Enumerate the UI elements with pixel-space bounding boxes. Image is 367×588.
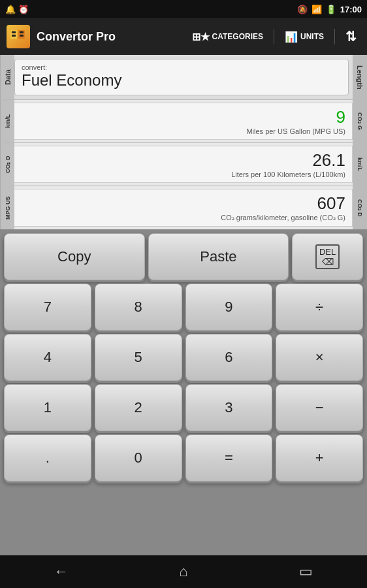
calculator: Copy Paste DEL⌫ 7 8 9 ÷ 4 5 6 × [0, 229, 367, 588]
back-button[interactable]: ← [35, 563, 88, 580]
category-display[interactable]: convert: Fuel Economy [14, 59, 349, 95]
categories-label: CATEGORIES [212, 32, 263, 41]
result-value-2: 607 [21, 193, 345, 214]
units-button[interactable]: 📊 UNITS [281, 28, 328, 46]
app-icon [7, 25, 30, 48]
home-icon: ⌂ [179, 563, 187, 580]
result-value-0: 9 [21, 107, 345, 127]
recents-button[interactable]: ▭ [279, 563, 332, 580]
result-row[interactable]: km/L 9 Miles per US Gallon (MPG US) CO₂ … [0, 100, 367, 143]
categories-icon: ⊞★ [192, 31, 210, 43]
svg-rect-5 [20, 35, 24, 37]
nav-divider-2 [334, 29, 335, 44]
result-content-2: 607 CO₂ grams/kilometer, gasoline (CO₂ G… [14, 189, 353, 227]
result-content-1: 26.1 Liters per 100 Kilometers (L/100km) [14, 146, 353, 183]
result-right-tab-1[interactable]: km/L [353, 143, 367, 186]
result-left-label-1[interactable]: CO₂ D [0, 143, 14, 186]
result-row[interactable]: MPG US 607 CO₂ grams/kilometer, gasoline… [0, 186, 367, 229]
data-tab[interactable]: Data [0, 55, 14, 99]
notification-icon: 🔔 [5, 5, 16, 14]
btn-5[interactable]: 5 [95, 334, 182, 381]
delete-button[interactable]: DEL⌫ [292, 233, 363, 280]
settings-button[interactable]: ⇅ [342, 26, 360, 47]
calc-row-1: Copy Paste DEL⌫ [4, 233, 363, 280]
btn-9[interactable]: 9 [185, 284, 273, 331]
paste-button[interactable]: Paste [148, 233, 289, 280]
btn-subtract[interactable]: − [276, 384, 363, 431]
btn-divide[interactable]: ÷ [276, 284, 363, 331]
btn-1[interactable]: 1 [4, 384, 91, 431]
back-icon: ← [54, 563, 69, 580]
calc-row-2: 7 8 9 ÷ [4, 284, 363, 331]
battery-icon: 🔋 [326, 5, 336, 14]
result-value-1: 26.1 [21, 150, 345, 171]
result-unit-2: CO₂ grams/kilometer, gasoline (CO₂ G) [21, 214, 345, 222]
btn-3[interactable]: 3 [185, 384, 273, 431]
alarm-icon: ⏰ [18, 5, 29, 14]
calc-row-4: 1 2 3 − [4, 384, 363, 431]
copy-button[interactable]: Copy [4, 233, 145, 280]
time-display: 17:00 [340, 5, 362, 14]
categories-button[interactable]: ⊞★ CATEGORIES [188, 28, 267, 46]
units-icon: 📊 [285, 31, 298, 43]
btn-6[interactable]: 6 [185, 334, 273, 381]
result-right-tab-2[interactable]: CO₂ D [353, 186, 367, 229]
wifi-icon: 📶 [311, 5, 322, 14]
home-button[interactable]: ⌂ [157, 563, 210, 580]
results-area: km/L 9 Miles per US Gallon (MPG US) CO₂ … [0, 100, 367, 229]
result-left-label-0[interactable]: km/L [0, 100, 14, 142]
result-content-0: 9 Miles per US Gallon (MPG US) [14, 103, 353, 140]
btn-add[interactable]: + [276, 434, 363, 482]
mute-icon: 🔕 [297, 5, 308, 14]
btn-multiply[interactable]: × [276, 334, 363, 381]
nav-bar: Convertor Pro ⊞★ CATEGORIES 📊 UNITS ⇅ [0, 18, 367, 55]
calc-row-5: . 0 = + [4, 434, 363, 482]
result-right-tab-0[interactable]: CO₂ G [353, 100, 367, 142]
result-unit-0: Miles per US Gallon (MPG US) [21, 127, 345, 135]
convert-section: Data convert: Fuel Economy Length [0, 55, 367, 100]
recents-icon: ▭ [299, 563, 313, 580]
app-title: Convertor Pro [37, 30, 182, 44]
length-tab[interactable]: Length [353, 55, 367, 99]
category-name: Fuel Economy [22, 71, 342, 90]
bottom-nav: ← ⌂ ▭ [0, 555, 367, 588]
svg-rect-3 [20, 31, 24, 33]
btn-equals[interactable]: = [185, 434, 273, 482]
status-bar: 🔔 ⏰ 🔕 📶 🔋 17:00 [0, 0, 367, 18]
btn-decimal[interactable]: . [4, 434, 91, 482]
btn-0[interactable]: 0 [95, 434, 182, 482]
btn-7[interactable]: 7 [4, 284, 91, 331]
result-row[interactable]: CO₂ D 26.1 Liters per 100 Kilometers (L/… [0, 143, 367, 186]
btn-2[interactable]: 2 [95, 384, 182, 431]
svg-rect-2 [12, 31, 16, 33]
convert-label: convert: [22, 63, 342, 71]
calc-row-3: 4 5 6 × [4, 334, 363, 381]
nav-divider [274, 29, 274, 44]
svg-rect-4 [12, 35, 16, 37]
btn-8[interactable]: 8 [95, 284, 182, 331]
result-left-label-2[interactable]: MPG US [0, 186, 14, 229]
result-unit-1: Liters per 100 Kilometers (L/100km) [21, 171, 345, 178]
btn-4[interactable]: 4 [4, 334, 91, 381]
sliders-icon: ⇅ [345, 29, 357, 44]
units-label: UNITS [300, 32, 324, 41]
